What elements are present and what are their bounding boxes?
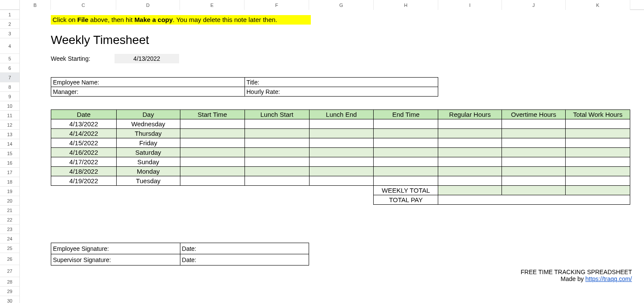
start-time-cell[interactable] (180, 167, 245, 176)
row-header-4[interactable]: 4 (0, 38, 19, 54)
row-header-24[interactable]: 24 (0, 234, 19, 244)
end-time-cell[interactable] (374, 119, 438, 129)
header-date[interactable]: Date (51, 110, 117, 119)
row-header-23[interactable]: 23 (0, 225, 19, 234)
lunch-end-cell[interactable] (309, 138, 374, 148)
start-time-cell[interactable] (180, 176, 245, 186)
lunch-start-cell[interactable] (245, 157, 309, 167)
column-header-H[interactable]: H (374, 0, 438, 10)
column-header-B[interactable]: B (20, 0, 51, 10)
supervisor-sig-date-cell[interactable]: Date: (180, 254, 309, 266)
total-hours-cell[interactable] (566, 129, 630, 138)
start-time-cell[interactable] (180, 157, 245, 167)
date-cell[interactable]: 4/19/2022 (51, 176, 117, 186)
lunch-end-cell[interactable] (309, 157, 374, 167)
employee-name-cell[interactable]: Employee Name: (51, 78, 245, 87)
lunch-start-cell[interactable] (245, 148, 309, 157)
date-cell[interactable]: 4/17/2022 (51, 157, 117, 167)
row-header-29[interactable]: 29 (0, 287, 19, 296)
row-header-5[interactable]: 5 (0, 54, 19, 63)
column-header-G[interactable]: G (309, 0, 374, 10)
start-time-cell[interactable] (180, 148, 245, 157)
row-header-21[interactable]: 21 (0, 206, 19, 215)
end-time-cell[interactable] (374, 176, 438, 186)
lunch-end-cell[interactable] (309, 167, 374, 176)
header-overtime-hours[interactable]: Overtime Hours (502, 110, 566, 119)
header-total-hours[interactable]: Total Work Hours (566, 110, 630, 119)
header-regular-hours[interactable]: Regular Hours (438, 110, 502, 119)
row-header-17[interactable]: 17 (0, 168, 19, 177)
date-cell[interactable]: 4/16/2022 (51, 148, 117, 157)
lunch-start-cell[interactable] (245, 176, 309, 186)
row-header-11[interactable]: 11 (0, 111, 19, 120)
day-cell[interactable]: Tuesday (116, 176, 180, 186)
overtime-hours-cell[interactable] (502, 148, 566, 157)
end-time-cell[interactable] (374, 129, 438, 138)
end-time-cell[interactable] (374, 167, 438, 176)
row-header-20[interactable]: 20 (0, 196, 19, 206)
row-header-25[interactable]: 25 (0, 244, 19, 253)
lunch-end-cell[interactable] (309, 148, 374, 157)
start-time-cell[interactable] (180, 119, 245, 129)
weekly-total-overtime[interactable] (502, 186, 566, 195)
date-cell[interactable]: 4/14/2022 (51, 129, 117, 138)
row-header-13[interactable]: 13 (0, 130, 19, 139)
row-header-12[interactable]: 12 (0, 120, 19, 130)
total-hours-cell[interactable] (566, 167, 630, 176)
select-all-corner[interactable] (0, 0, 19, 10)
total-hours-cell[interactable] (566, 176, 630, 186)
footer-link[interactable]: https://traqq.com/ (585, 275, 632, 282)
employee-sig-date-cell[interactable]: Date: (180, 243, 309, 254)
row-header-7[interactable]: 7 (0, 73, 19, 82)
end-time-cell[interactable] (374, 157, 438, 167)
column-header-K[interactable]: K (566, 0, 630, 10)
start-time-cell[interactable] (180, 138, 245, 148)
row-header-30[interactable]: 30 (0, 296, 19, 303)
total-hours-cell[interactable] (566, 138, 630, 148)
column-header-J[interactable]: J (502, 0, 566, 10)
row-header-15[interactable]: 15 (0, 149, 19, 158)
regular-hours-cell[interactable] (438, 167, 502, 176)
supervisor-signature-cell[interactable]: Supervisor Signature: (51, 254, 180, 266)
title-cell[interactable]: Title: (245, 78, 438, 87)
lunch-end-cell[interactable] (309, 119, 374, 129)
week-starting-value[interactable]: 4/13/2022 (115, 54, 179, 63)
header-day[interactable]: Day (116, 110, 180, 119)
row-header-26[interactable]: 26 (0, 253, 19, 265)
row-header-2[interactable]: 2 (0, 19, 19, 29)
row-header-28[interactable]: 28 (0, 277, 19, 287)
date-cell[interactable]: 4/15/2022 (51, 138, 117, 148)
start-time-cell[interactable] (180, 129, 245, 138)
regular-hours-cell[interactable] (438, 129, 502, 138)
day-cell[interactable]: Wednesday (116, 119, 180, 129)
total-pay-value[interactable] (438, 195, 630, 205)
overtime-hours-cell[interactable] (502, 176, 566, 186)
total-hours-cell[interactable] (566, 119, 630, 129)
weekly-total-regular[interactable] (438, 186, 502, 195)
lunch-end-cell[interactable] (309, 176, 374, 186)
regular-hours-cell[interactable] (438, 148, 502, 157)
header-lunch-start[interactable]: Lunch Start (245, 110, 309, 119)
manager-cell[interactable]: Manager: (51, 87, 245, 97)
date-cell[interactable]: 4/13/2022 (51, 119, 117, 129)
day-cell[interactable]: Monday (116, 167, 180, 176)
hourly-rate-cell[interactable]: Hourly Rate: (245, 87, 438, 97)
lunch-start-cell[interactable] (245, 138, 309, 148)
row-header-27[interactable]: 27 (0, 265, 19, 277)
total-hours-cell[interactable] (566, 157, 630, 167)
row-header-18[interactable]: 18 (0, 177, 19, 187)
column-header-C[interactable]: C (51, 0, 116, 10)
overtime-hours-cell[interactable] (502, 157, 566, 167)
weekly-total-total[interactable] (566, 186, 630, 195)
overtime-hours-cell[interactable] (502, 138, 566, 148)
total-hours-cell[interactable] (566, 148, 630, 157)
end-time-cell[interactable] (374, 148, 438, 157)
day-cell[interactable]: Friday (116, 138, 180, 148)
header-end-time[interactable]: End Time (374, 110, 438, 119)
row-header-8[interactable]: 8 (0, 82, 19, 92)
column-header-I[interactable]: I (438, 0, 502, 10)
regular-hours-cell[interactable] (438, 138, 502, 148)
column-header-D[interactable]: D (116, 0, 180, 10)
header-lunch-end[interactable]: Lunch End (309, 110, 374, 119)
day-cell[interactable]: Sunday (116, 157, 180, 167)
